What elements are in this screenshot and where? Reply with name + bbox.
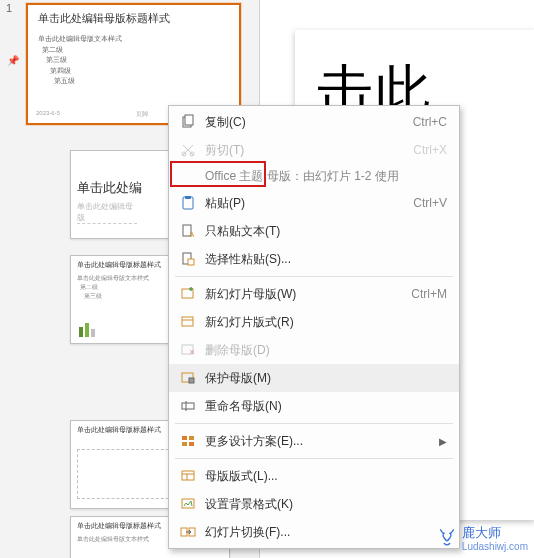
deer-icon	[436, 527, 458, 549]
footer-text: 页脚	[136, 110, 148, 119]
cut-icon	[177, 140, 199, 160]
master-body-l5: 第五级	[38, 76, 229, 87]
context-menu: 复制(C) Ctrl+C 剪切(T) Ctrl+X Office 主题 母版：由…	[168, 105, 460, 549]
menu-master-layout[interactable]: 母版版式(L)...	[169, 462, 459, 490]
menu-paste-special[interactable]: 选择性粘贴(S)...	[169, 245, 459, 273]
menu-cut-shortcut: Ctrl+X	[413, 143, 447, 157]
svg-rect-11	[182, 317, 193, 326]
menu-copy[interactable]: 复制(C) Ctrl+C	[169, 108, 459, 136]
master-title: 单击此处编辑母版标题样式	[38, 11, 229, 26]
menu-rename-master[interactable]: 重命名母版(N)	[169, 392, 459, 420]
menu-separator	[175, 458, 453, 459]
pin-icon: 📌	[7, 55, 19, 66]
menu-header: Office 主题 母版：由幻灯片 1-2 使用	[169, 164, 459, 189]
master-body-l4: 第四级	[38, 66, 229, 77]
submenu-arrow-icon: ▶	[439, 436, 447, 447]
new-master-icon	[177, 284, 199, 304]
menu-transition-label: 幻灯片切换(F)...	[205, 524, 447, 541]
copy-icon	[177, 112, 199, 132]
master-layout-icon	[177, 466, 199, 486]
svg-rect-5	[185, 196, 191, 199]
menu-cut-label: 剪切(T)	[205, 142, 413, 159]
menu-paste-text[interactable]: A 只粘贴文本(T)	[169, 217, 459, 245]
designs-icon	[177, 431, 199, 451]
protect-master-icon	[177, 368, 199, 388]
svg-rect-21	[189, 442, 194, 446]
menu-copy-label: 复制(C)	[205, 114, 413, 131]
master-body-l3: 第三级	[38, 55, 229, 66]
menu-cut: 剪切(T) Ctrl+X	[169, 136, 459, 164]
menu-protect-master-label: 保护母版(M)	[205, 370, 447, 387]
menu-separator	[175, 423, 453, 424]
footer-date: 2023-6-5	[36, 110, 60, 119]
menu-delete-master-label: 删除母版(D)	[205, 342, 447, 359]
svg-rect-18	[182, 436, 187, 440]
master-body-l1: 单击此处编辑母版文本样式	[38, 34, 229, 45]
paste-icon	[177, 193, 199, 213]
svg-text:A: A	[189, 230, 195, 239]
svg-rect-25	[182, 499, 194, 508]
svg-rect-19	[189, 436, 194, 440]
svg-rect-22	[182, 471, 194, 480]
new-layout-icon	[177, 312, 199, 332]
svg-rect-16	[182, 403, 194, 409]
watermark-url: Ludashiwj.com	[462, 542, 528, 552]
svg-rect-15	[189, 378, 194, 383]
watermark-name: 鹿大师	[462, 525, 501, 540]
menu-new-layout-label: 新幻灯片版式(R)	[205, 314, 447, 331]
menu-paste-shortcut: Ctrl+V	[413, 196, 447, 210]
menu-delete-master: 删除母版(D)	[169, 336, 459, 364]
menu-more-designs[interactable]: 更多设计方案(E)... ▶	[169, 427, 459, 455]
menu-bg-format[interactable]: 设置背景格式(K)	[169, 490, 459, 518]
menu-paste-special-label: 选择性粘贴(S)...	[205, 251, 447, 268]
paste-special-icon	[177, 249, 199, 269]
delete-master-icon	[177, 340, 199, 360]
menu-master-layout-label: 母版版式(L)...	[205, 468, 447, 485]
master-body: 单击此处编辑母版文本样式 第二级 第三级 第四级 第五级	[38, 34, 229, 87]
slide-number: 1	[6, 2, 12, 14]
menu-paste-label: 粘贴(P)	[205, 195, 413, 212]
bg-format-icon	[177, 494, 199, 514]
menu-separator	[175, 276, 453, 277]
menu-protect-master[interactable]: 保护母版(M)	[169, 364, 459, 392]
menu-new-master-shortcut: Ctrl+M	[411, 287, 447, 301]
menu-transition[interactable]: 幻灯片切换(F)...	[169, 518, 459, 546]
transition-icon	[177, 522, 199, 542]
svg-rect-9	[188, 259, 194, 265]
layout1-subtitle: 单击此处编辑母版	[77, 201, 137, 224]
menu-new-master[interactable]: 新幻灯片母版(W) Ctrl+M	[169, 280, 459, 308]
chart-icon	[79, 323, 95, 337]
rename-icon	[177, 396, 199, 416]
menu-new-layout[interactable]: 新幻灯片版式(R)	[169, 308, 459, 336]
watermark: 鹿大师 Ludashiwj.com	[436, 524, 528, 552]
master-body-l2: 第二级	[38, 45, 229, 56]
menu-new-master-label: 新幻灯片母版(W)	[205, 286, 411, 303]
menu-paste[interactable]: 粘贴(P) Ctrl+V	[169, 189, 459, 217]
svg-rect-1	[185, 115, 193, 125]
menu-bg-format-label: 设置背景格式(K)	[205, 496, 447, 513]
menu-paste-text-label: 只粘贴文本(T)	[205, 223, 447, 240]
menu-rename-master-label: 重命名母版(N)	[205, 398, 447, 415]
menu-more-designs-label: 更多设计方案(E)...	[205, 433, 433, 450]
menu-copy-shortcut: Ctrl+C	[413, 115, 447, 129]
paste-text-icon: A	[177, 221, 199, 241]
svg-rect-20	[182, 442, 187, 446]
